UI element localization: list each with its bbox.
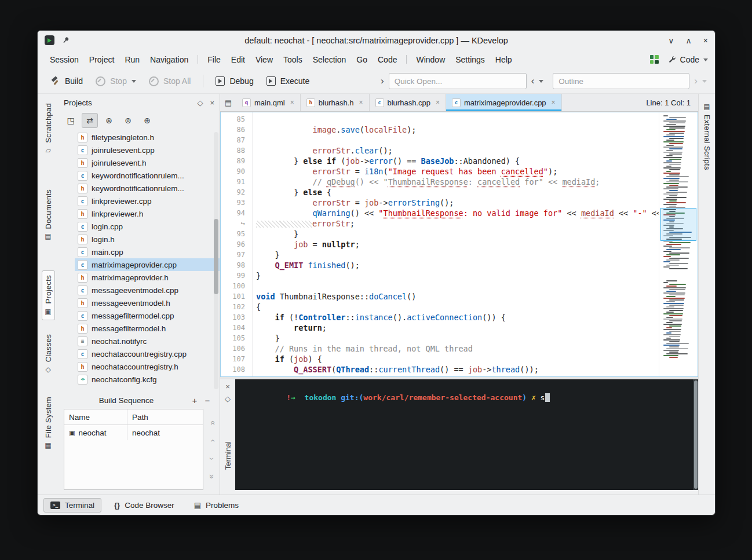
column-name[interactable]: Name bbox=[64, 409, 127, 424]
quick-open-input[interactable] bbox=[389, 73, 527, 89]
close-panel-icon[interactable]: × bbox=[210, 98, 214, 107]
menu-tools[interactable]: Tools bbox=[278, 52, 308, 67]
tree-item-filetypesingleton-h[interactable]: hfiletypesingleton.h bbox=[75, 131, 220, 144]
minimap-viewport[interactable] bbox=[660, 208, 696, 241]
tree-item-keywordnotificationrulem[interactable]: hkeywordnotificationrulem... bbox=[75, 182, 220, 195]
float-panel-icon[interactable]: ◇ bbox=[197, 98, 203, 107]
move-up-icon[interactable]: › bbox=[207, 440, 217, 442]
file-name: neochatconfig.kcfg bbox=[92, 375, 157, 384]
add-build-item-button[interactable]: + bbox=[188, 396, 201, 405]
editor-tab-matriximageprovider-cpp[interactable]: cmatriximageprovider.cpp× bbox=[446, 94, 562, 111]
stop-button[interactable]: Stop bbox=[90, 73, 141, 90]
tree-item-messagefiltermodel-cpp[interactable]: cmessagefiltermodel.cpp bbox=[75, 309, 220, 322]
toolbar-overflow-icon[interactable]: › bbox=[378, 75, 386, 87]
tree-item-neochataccountregistry-cpp[interactable]: cneochataccountregistry.cpp bbox=[75, 347, 220, 360]
back-history-icon[interactable] bbox=[539, 80, 543, 85]
dock-tab-classes[interactable]: Classes◇ bbox=[42, 330, 55, 378]
move-top-icon[interactable]: » bbox=[207, 420, 217, 425]
pin-icon[interactable] bbox=[61, 36, 70, 45]
code-editor[interactable]: 85868788899091929394↪9596979899100101102… bbox=[220, 112, 698, 377]
tree-scrollbar[interactable] bbox=[214, 132, 218, 389]
menu-session[interactable]: Session bbox=[45, 52, 84, 67]
close-icon[interactable]: × bbox=[703, 36, 708, 45]
back-icon[interactable]: ‹ bbox=[529, 75, 537, 87]
area-switcher[interactable]: Code bbox=[668, 55, 708, 64]
terminal-scrollbar[interactable] bbox=[693, 379, 698, 490]
menu-edit[interactable]: Edit bbox=[226, 52, 250, 67]
editor-tab-main-qml[interactable]: qmain.qml× bbox=[236, 94, 301, 111]
execute-button[interactable]: Execute bbox=[261, 73, 315, 89]
stop-all-button[interactable]: Stop All bbox=[144, 73, 196, 90]
menu-project[interactable]: Project bbox=[84, 52, 120, 67]
menu-navigation[interactable]: Navigation bbox=[145, 52, 194, 67]
menu-code[interactable]: Code bbox=[373, 52, 402, 67]
filter-icon[interactable]: ⊕ bbox=[139, 113, 155, 128]
column-path[interactable]: Path bbox=[127, 413, 153, 422]
move-bottom-icon[interactable]: » bbox=[207, 474, 217, 479]
minimize-icon[interactable]: ∨ bbox=[668, 36, 674, 45]
close-tab-icon[interactable]: × bbox=[359, 98, 363, 107]
tree-scrollbar-thumb[interactable] bbox=[214, 219, 218, 294]
dock-tab-file-system[interactable]: File System▦ bbox=[42, 392, 55, 454]
close-tab-icon[interactable]: × bbox=[552, 98, 556, 107]
tree-item-neochat-notifyrc[interactable]: ≡neochat.notifyrc bbox=[75, 335, 220, 347]
close-tab-icon[interactable]: × bbox=[436, 98, 440, 107]
statusbar-tab-terminal[interactable]: >_Terminal bbox=[43, 498, 101, 513]
build-sequence-row[interactable]: ▣neochatneochat bbox=[64, 425, 203, 440]
tree-item-login-cpp[interactable]: clogin.cpp bbox=[75, 220, 220, 233]
build-settings-icon[interactable]: ⊚ bbox=[120, 113, 136, 128]
dock-tab-projects[interactable]: Projects▣ bbox=[42, 270, 55, 320]
app-grid-icon[interactable] bbox=[650, 55, 659, 64]
build-sequence-header: Build Sequence + − bbox=[59, 391, 220, 409]
tree-item-keywordnotificationrulem[interactable]: ckeywordnotificationrulem... bbox=[75, 169, 220, 182]
close-tab-icon[interactable]: × bbox=[290, 98, 294, 107]
settings-icon[interactable]: ⊛ bbox=[101, 113, 117, 128]
chevron-down-icon bbox=[132, 80, 136, 85]
tree-item-matriximageprovider-h[interactable]: hmatriximageprovider.h bbox=[75, 271, 220, 284]
minimap[interactable] bbox=[659, 112, 698, 376]
tree-item-matriximageprovider-cpp[interactable]: cmatriximageprovider.cpp bbox=[75, 258, 220, 271]
code-view[interactable]: image.save(localFile); errorStr.clear();… bbox=[253, 112, 659, 376]
menu-selection[interactable]: Selection bbox=[308, 52, 352, 67]
forward-history-icon[interactable] bbox=[702, 80, 707, 85]
terminal-console[interactable]: !→ tokodon git:(work/carl/remember-selec… bbox=[235, 379, 698, 490]
tree-item-messagefiltermodel-h[interactable]: hmessagefiltermodel.h bbox=[75, 322, 220, 335]
menu-go[interactable]: Go bbox=[351, 52, 373, 67]
tree-item-linkpreviewer-h[interactable]: hlinkpreviewer.h bbox=[75, 207, 220, 220]
tree-item-joinrulesevent-h[interactable]: hjoinrulesevent.h bbox=[75, 156, 220, 169]
outline-input[interactable] bbox=[553, 73, 689, 89]
debug-button[interactable]: Debug bbox=[210, 73, 258, 89]
dock-tab-external-scripts[interactable]: ▤External Scripts bbox=[701, 100, 713, 173]
menu-window[interactable]: Window bbox=[411, 52, 450, 67]
menu-file[interactable]: File bbox=[202, 52, 226, 67]
close-terminal-icon[interactable]: × bbox=[225, 381, 230, 391]
menu-view[interactable]: View bbox=[250, 52, 278, 67]
load-project-icon[interactable]: ◳ bbox=[63, 113, 79, 128]
editor-tab-blurhash-h[interactable]: hblurhash.h× bbox=[301, 94, 370, 111]
remove-build-item-button[interactable]: − bbox=[201, 396, 214, 405]
build-button[interactable]: Build bbox=[46, 73, 88, 89]
menu-run[interactable]: Run bbox=[119, 52, 145, 67]
tree-item-linkpreviewer-cpp[interactable]: clinkpreviewer.cpp bbox=[75, 195, 220, 207]
terminal-scrollbar-thumb[interactable] bbox=[694, 380, 698, 489]
maximize-icon[interactable]: ∧ bbox=[686, 36, 692, 45]
dock-tab-documents[interactable]: Documents▤ bbox=[42, 185, 55, 245]
detach-terminal-icon[interactable]: ◇ bbox=[225, 393, 231, 404]
menu-settings[interactable]: Settings bbox=[450, 52, 490, 67]
dock-tab-scratchpad[interactable]: Scratchpad▱ bbox=[42, 98, 55, 159]
tree-item-neochatconfig-kcfg[interactable]: <>neochatconfig.kcfg bbox=[75, 373, 220, 386]
statusbar-tab-code-browser[interactable]: {}Code Browser bbox=[107, 498, 181, 513]
menu-help[interactable]: Help bbox=[490, 52, 517, 67]
tree-item-main-cpp[interactable]: cmain.cpp bbox=[75, 246, 220, 258]
document-list-icon[interactable]: ▤ bbox=[220, 94, 236, 111]
forward-icon[interactable]: › bbox=[692, 75, 700, 87]
move-down-icon[interactable]: › bbox=[207, 457, 217, 460]
statusbar-tab-problems[interactable]: ▤Problems bbox=[187, 498, 246, 513]
sync-document-icon[interactable]: ⇄ bbox=[82, 113, 98, 128]
tree-item-messageeventmodel-h[interactable]: hmessageeventmodel.h bbox=[75, 297, 220, 309]
editor-tab-blurhash-cpp[interactable]: cblurhash.cpp× bbox=[370, 94, 446, 111]
tree-item-neochataccountregistry-h[interactable]: hneochataccountregistry.h bbox=[75, 360, 220, 373]
tree-item-login-h[interactable]: hlogin.h bbox=[75, 233, 220, 246]
tree-item-joinrulesevent-cpp[interactable]: cjoinrulesevent.cpp bbox=[75, 144, 220, 156]
tree-item-messageeventmodel-cpp[interactable]: cmessageeventmodel.cpp bbox=[75, 284, 220, 297]
